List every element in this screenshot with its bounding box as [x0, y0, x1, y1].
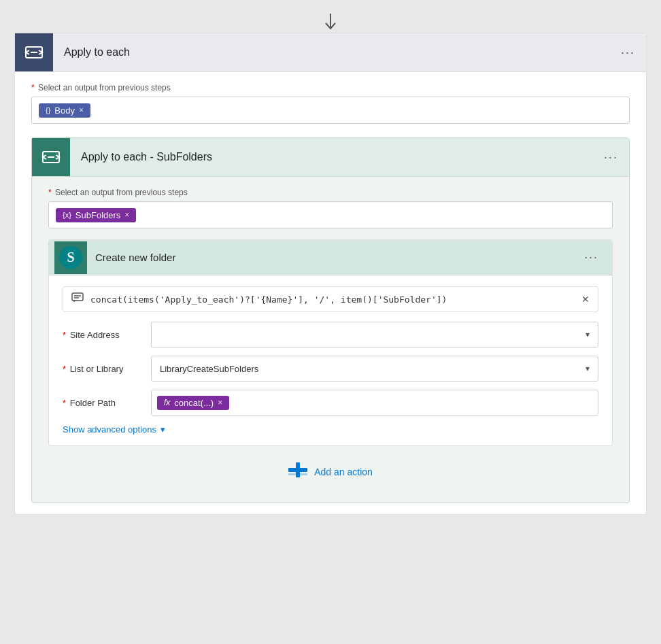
inner-card-menu-button[interactable]: ···	[593, 150, 629, 165]
svg-text:S: S	[67, 250, 74, 265]
action-card-title: Create new folder	[90, 252, 576, 263]
outer-loop-icon	[15, 33, 53, 71]
outer-apply-to-each-card: Apply to each ··· * Select an output fro…	[14, 33, 647, 515]
outer-card-body: * Select an output from previous steps {…	[15, 72, 646, 514]
inner-card-header: Apply to each - SubFolders ···	[32, 138, 629, 177]
svg-rect-12	[288, 473, 307, 475]
site-address-chevron: ▾	[586, 330, 590, 339]
expression-row: concat(items('Apply_to_each')?['{Name}']…	[63, 286, 598, 312]
list-library-input-wrap: LibraryCreateSubFolders ▾	[151, 356, 598, 382]
site-address-label: * Site Address	[63, 330, 151, 340]
advanced-options-section: Show advanced options ▾	[63, 424, 598, 435]
subfolders-token-close[interactable]: ×	[124, 210, 129, 220]
list-library-row: * List or Library LibraryCreateSubFolder…	[63, 356, 598, 382]
body-token: {} Body ×	[39, 103, 90, 118]
inner-select-label: * Select an output from previous steps	[48, 188, 613, 197]
fx-token: fx concat(...) ×	[157, 396, 229, 410]
action-card-header: S Create new folder ···	[49, 240, 612, 275]
folder-path-label: * Folder Path	[63, 398, 151, 408]
list-library-label: * List or Library	[63, 364, 151, 374]
list-library-chevron: ▾	[586, 364, 590, 373]
subfolders-token: {x} SubFolders ×	[56, 208, 136, 222]
folder-path-row: * Folder Path fx concat(...) ×	[63, 390, 598, 416]
outer-card-header: Apply to each ···	[15, 33, 646, 72]
fx-token-close[interactable]: ×	[218, 398, 222, 407]
action-card-menu-button[interactable]: ···	[576, 250, 607, 265]
connector-arrow	[320, 14, 341, 30]
svg-rect-7	[72, 293, 83, 301]
inner-apply-to-each-card: Apply to each - SubFolders ··· * Select …	[31, 137, 630, 503]
folder-path-input-wrap: fx concat(...) ×	[151, 390, 598, 416]
site-address-row: * Site Address ▾	[63, 322, 598, 348]
action-card-body: concat(items('Apply_to_each')?['{Name}']…	[49, 275, 612, 445]
add-action-icon	[288, 462, 307, 481]
folder-path-field[interactable]: fx concat(...) ×	[151, 390, 598, 416]
inner-card-title: Apply to each - SubFolders	[70, 151, 593, 163]
inner-card-body: * Select an output from previous steps {…	[32, 177, 629, 503]
add-action-area: Add an action	[48, 446, 613, 492]
page-wrapper: Apply to each ··· * Select an output fro…	[0, 7, 661, 522]
show-advanced-options-button[interactable]: Show advanced options ▾	[63, 424, 165, 435]
body-token-close[interactable]: ×	[79, 105, 84, 115]
expression-text: concat(items('Apply_to_each')?['{Name}']…	[90, 294, 575, 305]
inner-loop-icon	[32, 138, 70, 176]
site-address-input-wrap: ▾	[151, 322, 598, 348]
advanced-options-chevron: ▾	[160, 424, 165, 435]
outer-card-menu-button[interactable]: ···	[610, 46, 646, 60]
add-action-button[interactable]: Add an action	[288, 462, 373, 481]
inner-token-input[interactable]: {x} SubFolders ×	[48, 201, 613, 228]
create-folder-action-card: S Create new folder ···	[48, 239, 613, 446]
sharepoint-icon: S	[54, 241, 87, 274]
fx-icon: fx	[164, 398, 170, 407]
outer-token-input[interactable]: {} Body ×	[31, 97, 630, 124]
outer-card-title: Apply to each	[53, 46, 610, 58]
site-address-select[interactable]: ▾	[151, 322, 598, 348]
expression-icon	[71, 292, 84, 306]
outer-select-label: * Select an output from previous steps	[31, 83, 630, 92]
expression-close-button[interactable]: ✕	[581, 294, 590, 305]
list-library-select[interactable]: LibraryCreateSubFolders ▾	[151, 356, 598, 382]
